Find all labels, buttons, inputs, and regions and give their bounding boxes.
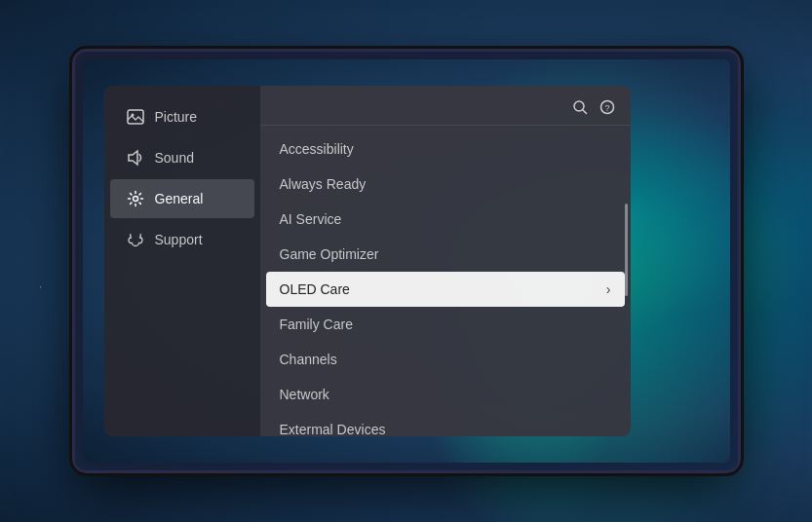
sidebar-label-general: General <box>155 191 204 206</box>
main-panel: ? Accessibility Always Ready AI Service … <box>260 86 631 436</box>
menu-label-accessibility: Accessibility <box>280 141 354 157</box>
menu-label-always-ready: Always Ready <box>280 176 367 192</box>
panel-actions: ? <box>572 99 615 115</box>
general-icon <box>126 189 145 208</box>
menu-item-oled-care[interactable]: OLED Care › <box>266 272 625 307</box>
menu-label-oled-care: OLED Care <box>280 281 350 297</box>
sidebar-item-general[interactable]: General <box>110 179 254 218</box>
help-button[interactable]: ? <box>599 99 615 115</box>
tv-frame: Picture Sound General Support <box>75 52 738 470</box>
menu-label-external-devices: Extermal Devices <box>280 422 386 436</box>
menu-item-channels[interactable]: Channels <box>260 342 631 377</box>
menu-label-game-optimizer: Game Optimizer <box>280 246 379 262</box>
menu-item-external-devices[interactable]: Extermal Devices <box>260 412 631 436</box>
sidebar-item-sound[interactable]: Sound <box>110 138 254 177</box>
menu-list: Accessibility Always Ready AI Service Ga… <box>260 126 631 436</box>
ui-panel: Picture Sound General Support <box>104 86 631 436</box>
menu-item-family-care[interactable]: Family Care <box>260 307 631 342</box>
svg-marker-2 <box>129 151 137 165</box>
svg-line-5 <box>583 110 587 114</box>
sidebar: Picture Sound General Support <box>104 86 260 436</box>
search-button[interactable] <box>572 99 588 115</box>
support-icon <box>126 230 145 249</box>
sidebar-label-sound: Sound <box>155 150 194 166</box>
picture-icon <box>126 107 145 127</box>
sound-icon <box>126 148 145 168</box>
svg-text:?: ? <box>604 103 609 113</box>
sidebar-item-support[interactable]: Support <box>110 220 254 259</box>
sidebar-label-picture: Picture <box>155 109 198 125</box>
search-icon <box>572 99 588 115</box>
menu-label-network: Network <box>280 387 329 402</box>
scroll-indicator <box>625 204 628 297</box>
menu-item-network[interactable]: Network <box>260 377 631 412</box>
panel-header: ? <box>260 86 631 126</box>
chevron-right-icon: › <box>606 281 611 297</box>
svg-point-3 <box>133 197 137 202</box>
sidebar-label-support: Support <box>155 232 203 247</box>
tv-screen: Picture Sound General Support <box>83 59 730 463</box>
menu-label-channels: Channels <box>280 352 337 367</box>
menu-label-ai-service: AI Service <box>280 211 342 227</box>
menu-item-game-optimizer[interactable]: Game Optimizer <box>260 237 631 272</box>
menu-item-ai-service[interactable]: AI Service <box>260 202 631 237</box>
menu-item-accessibility[interactable]: Accessibility <box>260 131 631 167</box>
menu-label-family-care: Family Care <box>280 317 353 332</box>
sidebar-item-picture[interactable]: Picture <box>110 97 254 136</box>
help-icon: ? <box>599 99 615 115</box>
menu-item-always-ready[interactable]: Always Ready <box>260 167 631 202</box>
